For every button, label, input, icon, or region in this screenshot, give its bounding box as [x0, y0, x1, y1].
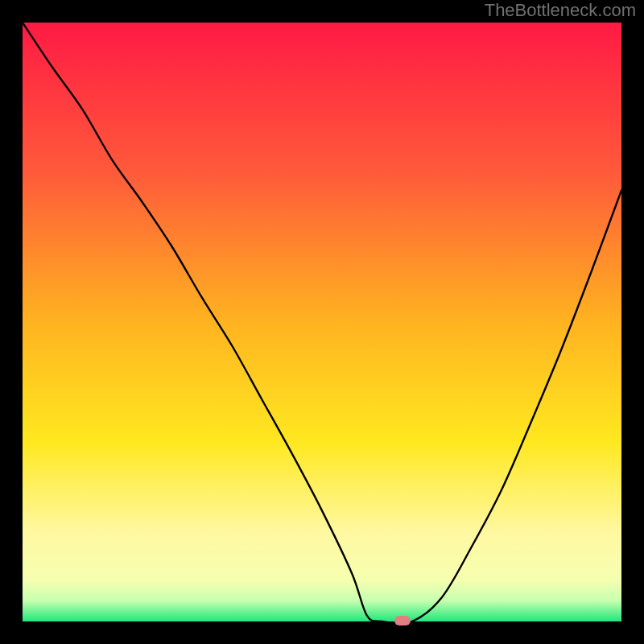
bottleneck-curve: [23, 23, 621, 621]
watermark-text: TheBottleneck.com: [485, 0, 636, 21]
balance-marker: [394, 616, 411, 625]
chart-area: [23, 23, 621, 621]
stage: TheBottleneck.com: [0, 0, 644, 644]
